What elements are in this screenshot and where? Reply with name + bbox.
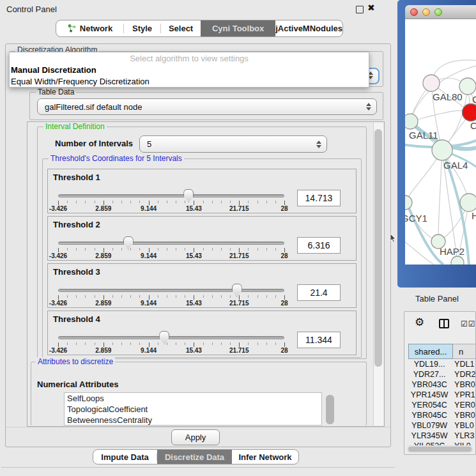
table-row[interactable]: YPR145WYPR1 <box>408 390 476 401</box>
network-window-titlebar[interactable] <box>405 5 476 19</box>
split-columns-icon[interactable] <box>439 319 449 328</box>
threshold-4-value[interactable]: 11.344 <box>297 332 341 348</box>
tab-discretize-data-label: Discretize Data <box>165 452 224 462</box>
network-node-gcy1[interactable] <box>405 196 412 210</box>
cell[interactable]: YBL079W <box>408 421 450 431</box>
control-panel-bottom-edge <box>1 467 395 468</box>
network-node-bottom[interactable] <box>451 256 464 265</box>
table-row[interactable]: YBL079WYBL0 <box>408 421 476 431</box>
gear-icon[interactable]: ⚙ <box>415 317 424 328</box>
slider-track[interactable] <box>58 242 284 245</box>
interval-definition-label: Interval Definition <box>43 122 107 131</box>
table-panel: ⚙ ☑☑ shared... n YDL19...YDL1 YDR27...YD… <box>404 311 476 455</box>
tab-style[interactable]: Style <box>124 20 160 36</box>
dropdown-option-equal-width[interactable]: Equal Width/Frequency Discretization <box>10 76 369 88</box>
network-node-gal11[interactable] <box>405 114 418 129</box>
cell[interactable]: YBL0 <box>450 421 476 431</box>
network-graph: GAL80 GA C GAL11 GAL4 GCY1 H HAP2 <box>405 19 476 265</box>
threshold-4-slider[interactable]: -3.4262.8599.14415.4321.71528 <box>48 311 296 356</box>
column-header-shared-name[interactable]: shared... <box>408 344 453 359</box>
close-traffic-light-icon[interactable] <box>410 8 418 16</box>
network-icon <box>67 24 77 33</box>
network-node-h[interactable] <box>460 194 476 211</box>
dropdown-option-manual[interactable]: Manual Discretization <box>10 65 369 76</box>
threshold-2-value[interactable]: 6.316 <box>297 237 341 254</box>
table-row[interactable]: YBR045CYBR0 <box>408 411 476 421</box>
table-data-combobox[interactable]: galFiltered.sif default node <box>37 98 377 115</box>
cell[interactable]: YBR045C <box>408 411 450 421</box>
cell[interactable]: YDL19... <box>408 360 450 370</box>
cell[interactable]: YER054C <box>408 401 450 411</box>
tab-select-label: Select <box>169 24 193 33</box>
slider-track[interactable] <box>58 194 284 197</box>
slider-track[interactable] <box>58 336 284 339</box>
threshold-3-value[interactable]: 21.4 <box>297 284 341 301</box>
node-label-h: H <box>472 210 476 221</box>
float-window-icon[interactable] <box>356 6 364 13</box>
algorithm-dropdown: Select algorithm to view settings Manual… <box>9 52 369 88</box>
slider-tick-labels: -3.4262.8599.14415.4321.71528 <box>48 347 296 355</box>
cell[interactable]: YDR2 <box>450 370 476 380</box>
cell[interactable]: YBR043C <box>408 380 450 390</box>
cell[interactable]: YDL1 <box>450 360 476 370</box>
settings-scrollbar-thumb[interactable] <box>374 129 382 367</box>
tab-select[interactable]: Select <box>161 20 201 36</box>
table-row[interactable]: YBR043CYBR0 <box>408 380 476 390</box>
threshold-1-slider[interactable]: -3.4262.8599.14415.4321.71528 <box>48 169 296 214</box>
tab-network[interactable]: Network <box>56 20 123 36</box>
cell[interactable]: YBR0 <box>450 380 476 390</box>
apply-button[interactable]: Apply <box>171 429 220 445</box>
network-node-gal4[interactable] <box>432 140 452 160</box>
attributes-scrollbar-thumb[interactable] <box>326 395 334 424</box>
thresholds-group-label: Threshold's Coordinates for 5 Intervals <box>49 154 184 163</box>
threshold-2-panel: Threshold 2 -3.4262.8599.14415.4321.7152… <box>47 216 357 261</box>
node-label-gcy1: GCY1 <box>405 213 427 224</box>
attribute-item[interactable]: SelfLoops <box>65 393 321 404</box>
number-of-intervals-combobox[interactable]: 5 <box>139 135 327 153</box>
table-row[interactable]: YDL19...YDL1 <box>408 360 476 370</box>
tab-jactivemnodules[interactable]: jActiveMNodules <box>275 20 342 36</box>
table-row[interactable]: YDR27...YDR2 <box>408 370 476 380</box>
node-label-gal11: GAL11 <box>409 130 438 141</box>
tab-cyni-toolbox[interactable]: Cyni Toolbox <box>201 20 275 36</box>
threshold-3-slider[interactable]: -3.4262.8599.14415.4321.71528 <box>48 264 296 309</box>
minimize-traffic-light-icon[interactable] <box>422 8 430 16</box>
zoom-traffic-light-icon[interactable] <box>434 8 442 16</box>
control-panel-title: Control Panel <box>6 4 57 14</box>
cell[interactable]: YBR0 <box>450 411 476 421</box>
cell[interactable]: YPR1 <box>450 390 476 401</box>
cell[interactable]: YLR345W <box>408 431 450 441</box>
cell[interactable]: YDR27... <box>408 370 450 380</box>
cell[interactable]: YPR145W <box>408 390 450 401</box>
tab-infer-network-label: Infer Network <box>238 452 291 462</box>
table-data-group-label: Table Data <box>36 88 76 96</box>
close-icon[interactable]: ✖ <box>367 3 375 13</box>
threshold-1-value[interactable]: 14.713 <box>297 190 341 206</box>
tab-impute-data[interactable]: Impute Data <box>93 450 157 464</box>
numerical-attributes-list[interactable]: SelfLoops TopologicalCoefficient Between… <box>64 392 322 426</box>
table-hscrollbar-thumb[interactable] <box>408 447 472 452</box>
table-row[interactable]: YLR345WYLR3 <box>408 431 476 441</box>
cell[interactable]: YER0 <box>450 401 476 411</box>
threshold-2-slider[interactable]: -3.4262.8599.14415.4321.71528 <box>48 217 296 261</box>
threshold-3-panel: Threshold 3 -3.4262.8599.14415.4321.7152… <box>47 263 357 308</box>
numerical-attributes-label: Numerical Attributes <box>37 380 118 389</box>
tab-infer-network[interactable]: Infer Network <box>232 450 298 464</box>
table-row[interactable]: YER054CYER0 <box>408 401 476 411</box>
number-of-intervals-value: 5 <box>140 139 314 149</box>
cell[interactable]: YLR3 <box>450 431 476 441</box>
checkbox-icons[interactable]: ☑☑ <box>461 319 476 328</box>
apply-separator <box>6 427 390 427</box>
network-canvas[interactable]: GAL80 GA C GAL11 GAL4 GCY1 H HAP2 <box>405 19 476 265</box>
network-node-gal80[interactable] <box>423 75 440 91</box>
tab-impute-data-label: Impute Data <box>101 452 148 462</box>
attribute-item[interactable]: TopologicalCoefficient <box>65 404 321 415</box>
threshold-4-panel: Threshold 4 -3.4262.8599.14415.4321.7152… <box>47 311 357 355</box>
attribute-item[interactable]: BetweennessCentrality <box>65 415 321 426</box>
tab-cyni-toolbox-label: Cyni Toolbox <box>212 24 264 33</box>
slider-track[interactable] <box>58 289 284 292</box>
column-header-name[interactable]: n <box>453 344 476 359</box>
number-of-intervals-label: Number of Intervals <box>55 139 133 148</box>
tab-discretize-data[interactable]: Discretize Data <box>157 450 232 464</box>
network-node-selected-red[interactable] <box>463 104 476 121</box>
